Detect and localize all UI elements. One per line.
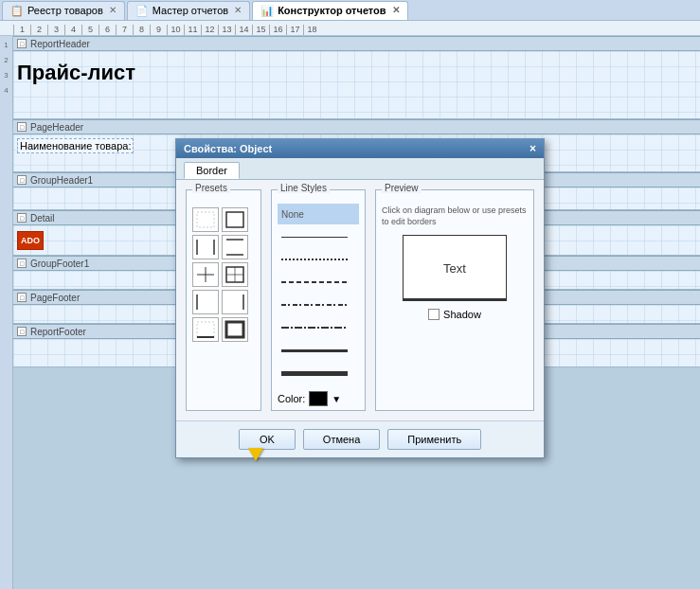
dialog-titlebar: Свойства: Object × — [176, 139, 544, 158]
presets-section: Presets — [186, 189, 261, 411]
ruler-tick: 1 — [13, 25, 30, 35]
ok-button[interactable]: OK — [239, 429, 296, 450]
ruler-tick: 17 — [286, 25, 303, 35]
preview-text: Text — [443, 261, 466, 276]
ruler-tick: 18 — [303, 25, 320, 35]
line-style-dotted[interactable] — [278, 249, 359, 270]
presets-title: Presets — [192, 183, 230, 193]
tab-registry-icon: 📋 — [10, 5, 24, 17]
color-swatch[interactable] — [309, 391, 328, 406]
ruler-tick: 4 — [64, 25, 81, 35]
report-title[interactable]: Прайс-лист — [17, 61, 135, 85]
preset-thick-all[interactable] — [222, 317, 248, 342]
preview-title: Preview — [382, 183, 422, 193]
dialog-footer: OK Отмена Применить — [176, 420, 544, 457]
band-name-report-footer: ReportFooter — [30, 327, 86, 337]
ruler-tick: 7 — [116, 25, 133, 35]
detail-ado-icon: ADO — [17, 231, 44, 250]
ruler-tick: 16 — [269, 25, 286, 35]
ruler-tick: 6 — [99, 25, 116, 35]
main-area: 1 2 3 4 □ ReportHeader Прайс-лист □ Page… — [0, 36, 700, 589]
line-styles-section: Line Styles None — [271, 189, 366, 411]
tab-designer-label: Конструктор отчетов — [278, 5, 386, 16]
band-label-page-header: □ PageHeader — [13, 119, 700, 134]
preview-box[interactable]: Text — [403, 235, 507, 301]
tab-wizard-close[interactable]: ✕ — [234, 6, 242, 15]
tab-bar: 📋 Реестр товаров ✕ 📄 Мастер отчетов ✕ 📊 … — [0, 0, 700, 21]
line-style-thick[interactable] — [278, 340, 359, 361]
dialog-close-button[interactable]: × — [529, 142, 536, 155]
ruler-tick: 15 — [252, 25, 269, 35]
band-name-detail: Detail — [30, 213, 55, 223]
svg-rect-13 — [197, 322, 214, 337]
preset-right[interactable] — [222, 290, 248, 314]
tab-wizard[interactable]: 📄 Мастер отчетов ✕ — [127, 1, 250, 20]
dialog-sections: Presets — [186, 189, 534, 411]
preset-inner-borders[interactable] — [192, 262, 219, 287]
tab-designer-close[interactable]: ✕ — [392, 6, 400, 15]
line-style-none[interactable]: None — [278, 204, 359, 224]
color-row: Color: ▼ — [278, 391, 359, 406]
band-collapse-icon-gf[interactable]: □ — [17, 259, 27, 268]
ruler-tick: 14 — [235, 25, 252, 35]
band-content-report-header[interactable]: Прайс-лист — [13, 51, 700, 119]
shadow-label: Shadow — [443, 309, 481, 320]
band-collapse-icon-pf[interactable]: □ — [17, 293, 27, 302]
ruler-tick: 3 — [47, 25, 64, 35]
line-thick-preview — [281, 349, 348, 352]
preset-left[interactable] — [192, 290, 219, 314]
line-style-thicker[interactable] — [278, 363, 359, 384]
band-label-report-header: □ ReportHeader — [13, 36, 700, 51]
band-collapse-icon-gh[interactable]: □ — [17, 175, 27, 185]
line-dashed-preview — [281, 281, 348, 283]
dialog-tab-border-label: Border — [196, 165, 227, 176]
line-style-solid[interactable] — [278, 226, 359, 247]
band-name-page-footer: PageFooter — [30, 293, 80, 303]
color-dropdown-icon[interactable]: ▼ — [332, 394, 341, 404]
line-style-dashdot2[interactable] — [278, 317, 359, 338]
color-label: Color: — [278, 393, 305, 404]
ph-label-name: Наименование товара: — [17, 138, 134, 153]
tab-registry-close[interactable]: ✕ — [109, 6, 117, 15]
band-collapse-icon[interactable]: □ — [17, 39, 27, 48]
cancel-button[interactable]: Отмена — [303, 429, 380, 450]
preview-note: Click on diagram below or use presets to… — [382, 205, 528, 227]
preset-bottom-only[interactable] — [192, 317, 219, 342]
ruler-tick: 5 — [81, 25, 99, 35]
line-dashdot2-preview — [281, 327, 348, 329]
preset-all-borders[interactable] — [222, 207, 248, 232]
tab-wizard-label: Мастер отчетов — [153, 5, 228, 16]
band-collapse-icon-d[interactable]: □ — [17, 213, 27, 223]
ruler-tick: 11 — [184, 25, 201, 35]
band-name-page-header: PageHeader — [30, 122, 83, 133]
band-collapse-icon-rf[interactable]: □ — [17, 327, 27, 336]
preset-top-bottom[interactable] — [222, 235, 248, 259]
line-dashdot-preview — [281, 304, 348, 306]
preview-section: Preview Click on diagram below or use pr… — [375, 189, 534, 411]
dialog-tab-border[interactable]: Border — [184, 162, 240, 179]
left-gutter: 1 2 3 4 — [0, 36, 13, 589]
line-style-dashdot[interactable] — [278, 294, 359, 315]
shadow-checkbox[interactable] — [428, 309, 440, 320]
shadow-row: Shadow — [382, 309, 528, 320]
preset-outer-border[interactable] — [222, 262, 248, 287]
svg-rect-15 — [226, 322, 243, 337]
band-collapse-icon-ph[interactable]: □ — [17, 122, 27, 132]
ruler-tick: 12 — [201, 25, 218, 35]
preset-no-border[interactable] — [192, 207, 219, 232]
tab-registry-label: Реестр товаров — [27, 5, 103, 16]
band-name-group-header: GroupHeader1 — [30, 175, 93, 186]
preset-left-right[interactable] — [192, 235, 219, 259]
preview-bottom-border — [404, 298, 506, 300]
line-thicker-preview — [281, 371, 348, 376]
apply-button[interactable]: Применить — [387, 429, 481, 450]
tab-designer-icon: 📊 — [260, 5, 274, 17]
svg-rect-0 — [197, 212, 214, 227]
dialog-body: Presets — [176, 180, 544, 420]
band-name-group-footer: GroupFooter1 — [30, 259, 89, 269]
tab-registry[interactable]: 📋 Реестр товаров ✕ — [2, 1, 125, 20]
ruler-tick: 9 — [150, 25, 167, 35]
line-style-dashed[interactable] — [278, 272, 359, 293]
line-dotted-preview — [281, 259, 348, 260]
tab-designer[interactable]: 📊 Конструктор отчетов ✕ — [252, 1, 407, 20]
